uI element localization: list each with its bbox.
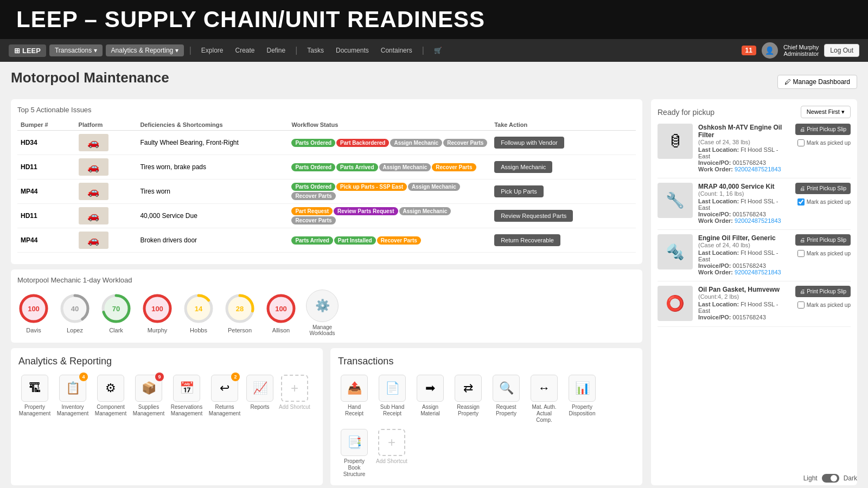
workflow-cell: Part RequestReview Parts RequestAssign M… <box>288 204 491 228</box>
print-pickup-button[interactable]: 🖨 Print Pickup Slip <box>795 183 851 194</box>
shortcut-item[interactable]: ↔Mat. Auth. Actual Comp. <box>528 375 560 423</box>
shortcut-label: Assign Material <box>414 404 446 417</box>
action-button[interactable]: Review Requested Parts <box>494 210 573 222</box>
mechanic-item: 100Allison <box>265 292 297 333</box>
shortcut-icon: 📤 <box>341 375 368 402</box>
action-button[interactable]: Return Recoverable <box>494 234 560 246</box>
workflow-cell: Parts ArrivedPart InstalledRecover Parts <box>288 228 491 253</box>
shortcut-item[interactable]: 🏗Property Management <box>18 375 51 417</box>
workflow-badge: Parts Ordered <box>291 183 335 191</box>
shortcut-item[interactable]: 🔍Request Property <box>490 375 522 423</box>
theme-switch[interactable] <box>822 474 839 483</box>
shortcut-icon: ↔ <box>531 375 558 402</box>
add-shortcut-icon[interactable]: + <box>378 429 405 456</box>
shortcut-item[interactable]: 📤Hand Receipt <box>338 375 371 423</box>
notification-badge[interactable]: 11 <box>742 46 756 55</box>
action-cell[interactable]: Followup with Vendor <box>491 131 636 155</box>
shortcut-label: Property Management <box>18 404 51 417</box>
vehicle-image: 🚗 <box>79 183 108 200</box>
pickup-actions: 🖨 Print Pickup SlipMark as picked up <box>795 286 851 321</box>
shortcut-item[interactable]: +Add Shortcut <box>376 429 407 478</box>
pickup-sub: (Case of 24, 40 lbs) <box>698 242 790 248</box>
deficiency-cell: Tires worn <box>137 179 288 204</box>
pickup-invoice: Invoice/PO: 0015768243 <box>698 314 790 320</box>
mark-picked-up-checkbox[interactable] <box>797 301 805 309</box>
pickup-item: 🔩 Engine Oil Filter, Generic (Case of 24… <box>658 234 851 281</box>
sort-button[interactable]: Newest First ▾ <box>801 106 851 118</box>
shortcut-label: Request Property <box>490 404 522 417</box>
page-title: Motorpool Maintenance <box>11 69 169 86</box>
logout-button[interactable]: Log Out <box>824 44 859 57</box>
action-cell[interactable]: Review Requested Parts <box>491 204 636 228</box>
bumper-cell: MP44 <box>17 179 75 204</box>
shortcut-item[interactable]: 📅Reservations Management <box>170 375 203 417</box>
print-pickup-button[interactable]: 🖨 Print Pickup Slip <box>795 286 851 297</box>
mark-picked-up-checkbox[interactable] <box>797 139 805 146</box>
action-button[interactable]: Followup with Vendor <box>494 137 564 149</box>
issues-title: Top 5 Actionable Issues <box>17 106 636 114</box>
action-button[interactable]: Pick Up Parts <box>494 185 544 197</box>
manage-dashboard-button[interactable]: 🖊 Manage Dashboard <box>777 75 857 89</box>
add-shortcut-icon[interactable]: + <box>281 375 308 402</box>
nav-documents[interactable]: Documents <box>331 44 373 56</box>
pickup-thumbnail: ⭕ <box>658 286 693 321</box>
mark-picked-up-checkbox[interactable] <box>797 198 805 206</box>
action-cell[interactable]: Return Recoverable <box>491 228 636 253</box>
shortcut-label: Add Shortcut <box>279 404 310 410</box>
pickup-workorder: Work Order: 92002487521843 <box>698 269 790 275</box>
nav-analytics[interactable]: Analytics & Reporting ▾ <box>106 44 184 56</box>
shortcut-item[interactable]: 📄Sub Hand Receipt <box>376 375 409 423</box>
shortcut-item[interactable]: ⇄Reassign Property <box>452 375 484 423</box>
shortcut-label: Property Disposition <box>566 404 598 417</box>
shortcut-item[interactable]: ➡Assign Material <box>414 375 446 423</box>
pickup-invoice: Invoice/PO: 0015768243 <box>698 262 790 269</box>
pickup-info: Engine Oil Filter, Generic (Case of 24, … <box>698 234 790 275</box>
shortcut-item[interactable]: +Add Shortcut <box>279 375 310 417</box>
table-row: HD11🚗Tires worn, brake padsParts Ordered… <box>17 155 636 179</box>
action-cell[interactable]: Assign Mechanic <box>491 155 636 179</box>
manage-workloads-button[interactable]: ⚙️ <box>306 290 339 322</box>
platform-cell: 🚗 <box>75 131 137 155</box>
shortcut-item[interactable]: 📈Reports <box>246 375 273 417</box>
shortcut-item[interactable]: 📦9Supplies Management <box>132 375 165 417</box>
nav-create[interactable]: Create <box>231 44 259 56</box>
nav-logo[interactable]: ⊞ LEEP <box>9 44 46 57</box>
mechanic-label: Murphy <box>148 327 168 333</box>
nav-tasks[interactable]: Tasks <box>303 44 328 56</box>
shortcut-item[interactable]: 📋4Inventory Management <box>56 375 89 417</box>
mechanic-item: 40Lopez <box>59 292 91 333</box>
nav-define[interactable]: Define <box>263 44 290 56</box>
nav-transactions[interactable]: Transactions ▾ <box>49 44 103 56</box>
mark-picked-up-label[interactable]: Mark as picked up <box>797 139 851 146</box>
shortcut-item[interactable]: ⚙Component Management <box>94 375 127 417</box>
action-cell[interactable]: Pick Up Parts <box>491 179 636 204</box>
pickup-thumbnail: 🔧 <box>658 183 693 218</box>
banner-title: LEEP – SUPPLY CHAIN/UNIT READINESS <box>16 7 485 33</box>
mechanic-circle: 28 <box>224 292 256 325</box>
shortcut-label: Reports <box>250 404 269 410</box>
print-pickup-button[interactable]: 🖨 Print Pickup Slip <box>795 124 851 135</box>
analytics-title: Analytics & Reporting <box>18 356 315 367</box>
mechanic-item: 28Peterson <box>224 292 256 333</box>
shortcut-item[interactable]: 📑Property Book Structure <box>338 429 371 478</box>
mark-picked-up-checkbox[interactable] <box>797 250 805 257</box>
action-button[interactable]: Assign Mechanic <box>494 161 552 173</box>
mechanic-item: 14Hobbs <box>182 292 215 333</box>
col-bumper: Bumper # <box>17 119 75 131</box>
mark-picked-up-label[interactable]: Mark as picked up <box>797 198 851 206</box>
avatar: 👤 <box>762 42 778 59</box>
mark-picked-up-label[interactable]: Mark as picked up <box>797 301 851 309</box>
workflow-badge: Part Backordered <box>336 139 389 147</box>
mark-picked-up-label[interactable]: Mark as picked up <box>797 250 851 257</box>
nav-containers[interactable]: Containers <box>376 44 417 56</box>
print-pickup-button[interactable]: 🖨 Print Pickup Slip <box>795 234 851 246</box>
shortcut-label: Reservations Management <box>170 404 203 417</box>
shortcut-item[interactable]: ↩2Returns Management <box>208 375 241 417</box>
pickup-workorder: Work Order: 92002487521843 <box>698 166 790 172</box>
vehicle-image: 🚗 <box>79 134 108 151</box>
nav-explore[interactable]: Explore <box>197 44 228 56</box>
shortcut-item[interactable]: 📊Property Disposition <box>566 375 598 423</box>
shortcut-icon: 📄 <box>379 375 406 402</box>
shortcut-icon: 🏗 <box>21 375 48 402</box>
nav-cart[interactable]: 🛒 <box>430 44 446 56</box>
